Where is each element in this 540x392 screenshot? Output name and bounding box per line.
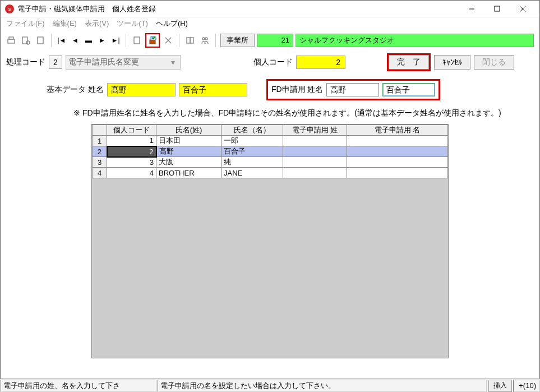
cell-mei[interactable]: JANE bbox=[221, 168, 283, 178]
first-icon[interactable]: |◄ bbox=[56, 34, 67, 47]
cancel-button[interactable]: ｷｬﾝｾﾙ bbox=[434, 55, 470, 70]
svg-rect-13 bbox=[187, 38, 190, 43]
print-icon[interactable] bbox=[5, 34, 17, 47]
jigyo-name: シャルフクッキングスタジオ bbox=[296, 34, 534, 47]
cell-esei[interactable] bbox=[283, 168, 347, 178]
svg-rect-5 bbox=[9, 37, 13, 39]
cell-code[interactable]: 4 bbox=[107, 168, 156, 178]
toolbar-separator bbox=[179, 34, 179, 47]
svg-point-16 bbox=[205, 38, 207, 40]
fd-mei-input[interactable]: 百合子 bbox=[382, 83, 435, 96]
delete-icon[interactable] bbox=[162, 34, 174, 47]
statusbar: 電子申請用の姓、名を入力して下さ 電子申請用の名を設定したい場合は入力して下さい… bbox=[0, 379, 540, 392]
grid-header: 電子申請用 名 bbox=[347, 125, 448, 136]
chevron-down-icon: ▾ bbox=[168, 58, 178, 67]
cell-esei[interactable] bbox=[283, 157, 347, 168]
fd-highlight: FD申請用 姓名 高野 百合子 bbox=[266, 79, 441, 100]
form-row-2: 基本データ 姓名 髙野 百合子 FD申請用 姓名 高野 百合子 bbox=[1, 76, 539, 104]
cell-mei[interactable]: 純 bbox=[221, 157, 283, 168]
cell-emei[interactable] bbox=[347, 157, 448, 168]
save-icon-highlight[interactable] bbox=[145, 33, 160, 48]
cell-code[interactable]: 3 bbox=[107, 157, 156, 168]
cell-emei[interactable] bbox=[347, 146, 448, 157]
shori-combo-text: 電子申請用氏名変更 bbox=[68, 57, 139, 67]
shori-label: 処理コード bbox=[6, 57, 45, 67]
next-icon[interactable]: ► bbox=[96, 34, 108, 47]
grid-blank bbox=[92, 178, 448, 358]
menubar: ファイル(F) 編集(E) 表示(V) ツール(T) ヘルプ(H) bbox=[1, 17, 539, 32]
stop-icon[interactable]: ▬ bbox=[83, 34, 94, 47]
base-mei: 百合子 bbox=[179, 83, 247, 96]
status-count: +(10) bbox=[513, 380, 540, 392]
form-row-1: 処理コード 2 電子申請用氏名変更 ▾ 個人コード 2 完 了 ｷｬﾝｾﾙ 閉じ… bbox=[1, 49, 539, 76]
jigyo-button[interactable]: 事業所 bbox=[220, 34, 255, 47]
cell-sei[interactable]: 大阪 bbox=[156, 157, 221, 168]
cell-mei[interactable]: 一郎 bbox=[221, 136, 283, 146]
grid-header: 氏名（名） bbox=[221, 125, 283, 136]
page-icon[interactable] bbox=[34, 34, 47, 47]
insert-button[interactable]: 挿入 bbox=[488, 380, 512, 392]
cell-esei[interactable] bbox=[283, 136, 347, 146]
jigyo-code: 21 bbox=[257, 34, 293, 47]
table-row[interactable]: 11日本田一郎 bbox=[93, 136, 448, 146]
cell-emei[interactable] bbox=[347, 168, 448, 178]
cell-code[interactable]: 1 bbox=[107, 136, 156, 146]
last-icon[interactable]: ►| bbox=[110, 34, 121, 47]
toolbar: |◄ ◄ ▬ ► ►| 事業所 21 シャルフクッキングスタジオ bbox=[1, 32, 539, 49]
cell-sei[interactable]: BROTHER bbox=[156, 168, 221, 178]
cell-esei[interactable] bbox=[283, 146, 347, 157]
base-sei: 髙野 bbox=[107, 83, 176, 96]
window-title: 電子申請・磁気媒体申請用 個人姓名登録 bbox=[17, 4, 156, 14]
menu-help[interactable]: ヘルプ(H) bbox=[156, 19, 188, 29]
cell-mei[interactable]: 百合子 bbox=[221, 146, 283, 157]
people-icon[interactable] bbox=[199, 34, 211, 47]
svg-rect-9 bbox=[134, 37, 140, 44]
svg-rect-10 bbox=[150, 40, 155, 44]
fd-sei-input[interactable]: 高野 bbox=[326, 83, 379, 96]
cell-code[interactable]: 2 bbox=[107, 146, 156, 157]
svg-rect-4 bbox=[8, 39, 15, 43]
titlebar: s 電子申請・磁気媒体申請用 個人姓名登録 bbox=[1, 1, 539, 17]
menu-file[interactable]: ファイル(F) bbox=[6, 19, 45, 29]
svg-point-7 bbox=[26, 41, 30, 44]
menu-edit[interactable]: 編集(E) bbox=[53, 19, 77, 29]
minimize-button[interactable] bbox=[459, 1, 484, 17]
svg-rect-14 bbox=[190, 38, 193, 43]
kojin-value[interactable]: 2 bbox=[296, 56, 345, 69]
toolbar-separator bbox=[51, 34, 52, 47]
grid-header: 電子申請用 姓 bbox=[283, 125, 347, 136]
complete-highlight: 完 了 bbox=[387, 53, 431, 71]
row-num: 3 bbox=[93, 157, 107, 168]
toolbar-separator bbox=[126, 34, 126, 47]
svg-rect-1 bbox=[495, 6, 500, 11]
preview-icon[interactable] bbox=[20, 34, 32, 47]
book-icon[interactable] bbox=[184, 34, 196, 47]
app-icon: s bbox=[5, 4, 14, 13]
grid-header-row: 個人コード 氏名(姓) 氏名（名） 電子申請用 姓 電子申請用 名 bbox=[93, 125, 448, 136]
cell-sei[interactable]: 日本田 bbox=[156, 136, 221, 146]
menu-tool[interactable]: ツール(T) bbox=[117, 19, 148, 29]
table-row[interactable]: 22髙野百合子 bbox=[93, 146, 448, 157]
cell-sei[interactable]: 髙野 bbox=[156, 146, 221, 157]
svg-point-15 bbox=[202, 38, 205, 40]
menu-view[interactable]: 表示(V) bbox=[85, 19, 109, 29]
maximize-button[interactable] bbox=[484, 1, 510, 17]
cell-emei[interactable] bbox=[347, 136, 448, 146]
fd-label: FD申請用 姓名 bbox=[271, 85, 324, 95]
grid-header bbox=[93, 125, 107, 136]
table-row[interactable]: 44BROTHERJANE bbox=[93, 168, 448, 178]
close-form-button[interactable]: 閉じる bbox=[474, 55, 514, 70]
shori-combo[interactable]: 電子申請用氏名変更 ▾ bbox=[66, 55, 181, 70]
kojin-label: 個人コード bbox=[253, 57, 293, 67]
table-row[interactable]: 33大阪純 bbox=[93, 157, 448, 168]
window-buttons bbox=[459, 1, 535, 17]
new-icon[interactable] bbox=[131, 34, 143, 47]
complete-button[interactable]: 完 了 bbox=[389, 55, 429, 70]
data-grid[interactable]: 個人コード 氏名(姓) 氏名（名） 電子申請用 姓 電子申請用 名 11日本田一… bbox=[92, 124, 448, 178]
status-left: 電子申請用の姓、名を入力して下さ bbox=[1, 380, 156, 392]
status-mid: 電子申請用の名を設定したい場合は入力して下さい。 bbox=[158, 380, 487, 392]
row-num: 4 bbox=[93, 168, 107, 178]
grid-wrap: 個人コード 氏名(姓) 氏名（名） 電子申請用 姓 電子申請用 名 11日本田一… bbox=[91, 124, 449, 358]
prev-icon[interactable]: ◄ bbox=[70, 34, 81, 47]
close-button[interactable] bbox=[510, 1, 535, 17]
